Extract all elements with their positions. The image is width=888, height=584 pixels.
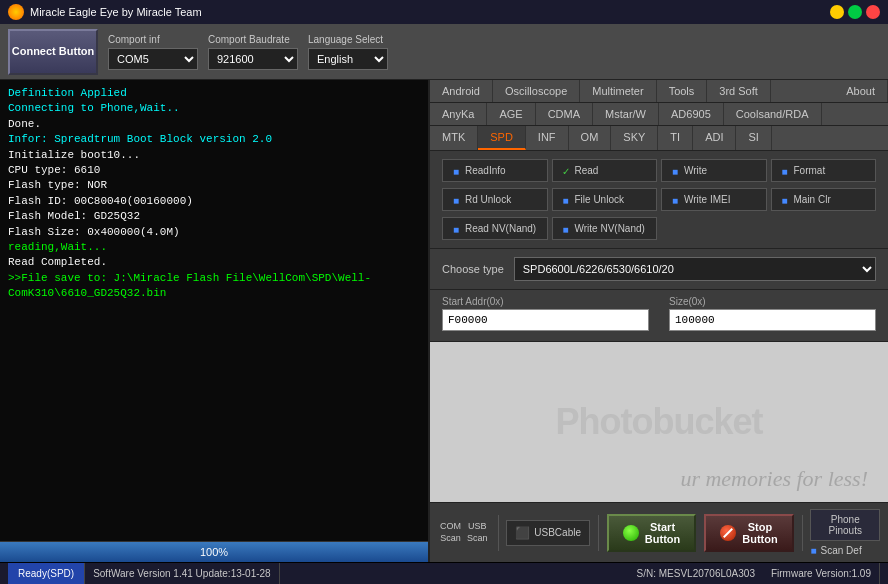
left-panel: Definition AppliedConnecting to Phone,Wa… (0, 80, 430, 562)
tab-android[interactable]: Android (430, 80, 493, 102)
tab-mtk[interactable]: MTK (430, 126, 478, 150)
size-input[interactable] (669, 309, 876, 331)
status-bar: Ready(SPD) SoftWare Version 1.41 Update:… (0, 562, 888, 584)
progress-bar-container: 100% (0, 542, 428, 562)
size-label: Size(0x) (669, 296, 876, 307)
watermark-sub: ur memories for less! (680, 466, 868, 492)
comport-baudrate-label: Comport Baudrate (208, 34, 298, 45)
addr-row: Start Addr(0x) Size(0x) (442, 296, 876, 331)
read-info-button[interactable]: ■ ReadInfo (442, 159, 548, 182)
phone-pinouts-scan-group: Phone Pinouts ■ Scan Def (810, 509, 880, 556)
comport-inf-label: Comport inf (108, 34, 198, 45)
language-select[interactable]: English (308, 48, 388, 70)
watermark-area: Photobucket ur memories for less! (430, 342, 888, 502)
tab-3rdsoft[interactable]: 3rd Soft (707, 80, 771, 102)
fileunlock-icon: ■ (561, 195, 571, 205)
tab-ad6905[interactable]: AD6905 (659, 103, 724, 125)
file-unlock-button[interactable]: ■ File Unlock (552, 188, 658, 211)
rd-unlock-button[interactable]: ■ Rd Unlock (442, 188, 548, 211)
tab-si[interactable]: SI (736, 126, 771, 150)
com-scan-button[interactable]: COM Scan (438, 521, 463, 544)
main-container: Connect Button Comport inf COM5 Comport … (0, 24, 888, 584)
status-serial-number: S/N: MESVL20706L0A303 (629, 563, 763, 584)
terminal-line: Connecting to Phone,Wait.. (8, 101, 420, 116)
tab-oscilloscope[interactable]: Oscilloscope (493, 80, 580, 102)
tab-row-3: MTK SPD INF OM SKY TI ADI SI (430, 126, 888, 151)
tab-inf[interactable]: INF (526, 126, 569, 150)
start-addr-label: Start Addr(0x) (442, 296, 649, 307)
stop-icon (720, 525, 736, 541)
write-imei-button[interactable]: ■ Write IMEI (661, 188, 767, 211)
scan-def-row[interactable]: ■ Scan Def (810, 545, 880, 556)
tab-anyka[interactable]: AnyKa (430, 103, 487, 125)
toolbar: Connect Button Comport inf COM5 Comport … (0, 24, 888, 80)
tab-adi[interactable]: ADI (693, 126, 736, 150)
tab-om[interactable]: OM (569, 126, 612, 150)
connect-button[interactable]: Connect Button (8, 29, 98, 75)
write-nv-nand-button[interactable]: ■ Write NV(Nand) (552, 217, 658, 240)
comport-baudrate-select[interactable]: 921600 (208, 48, 298, 70)
title-bar-controls (830, 5, 880, 19)
title-bar: Miracle Eagle Eye by Miracle Team (0, 0, 888, 24)
start-addr-group: Start Addr(0x) (442, 296, 649, 331)
language-select-group: Language Select English (308, 34, 388, 70)
tab-spd[interactable]: SPD (478, 126, 526, 150)
action-row: COM Scan USB Scan ⬛ USBCable Start Butto… (430, 502, 888, 562)
size-group: Size(0x) (669, 296, 876, 331)
addr-area: Start Addr(0x) Size(0x) (430, 290, 888, 342)
app-icon (8, 4, 24, 20)
tab-tools[interactable]: Tools (657, 80, 708, 102)
terminal-line: Flash Size: 0x400000(4.0M) (8, 225, 420, 240)
format-icon: ■ (780, 166, 790, 176)
tab-ti[interactable]: TI (658, 126, 693, 150)
content-area: Definition AppliedConnecting to Phone,Wa… (0, 80, 888, 562)
terminal-line: Infor: Spreadtrum Boot Block version 2.0 (8, 132, 420, 147)
close-button[interactable] (866, 5, 880, 19)
terminal-line: Flash ID: 00C80040(00160000) (8, 194, 420, 209)
main-clr-button[interactable]: ■ Main Clr (771, 188, 877, 211)
phone-pinouts-button[interactable]: Phone Pinouts (810, 509, 880, 541)
terminal-line: >>File save to: J:\Miracle Flash File\We… (8, 271, 420, 302)
tab-mstarw[interactable]: Mstar/W (593, 103, 659, 125)
rdunlock-icon: ■ (451, 195, 461, 205)
tab-age[interactable]: AGE (487, 103, 535, 125)
choose-type-select[interactable]: SPD6600L/6226/6530/6610/20 (514, 257, 876, 281)
usb-cable-button[interactable]: ⬛ USBCable (506, 520, 590, 546)
terminal-line: Done. (8, 117, 420, 132)
watermark-text: Photobucket (555, 401, 762, 443)
tab-cdma[interactable]: CDMA (536, 103, 593, 125)
comport-baudrate-group: Comport Baudrate 921600 (208, 34, 298, 70)
read-nv-nand-button[interactable]: ■ Read NV(Nand) (442, 217, 548, 240)
scan-def-icon: ■ (810, 545, 816, 556)
format-button[interactable]: ■ Format (771, 159, 877, 182)
terminal-line: Flash Model: GD25Q32 (8, 209, 420, 224)
usb-scan-button[interactable]: USB Scan (465, 521, 490, 544)
language-select-label: Language Select (308, 34, 388, 45)
choose-type-label: Choose type (442, 263, 504, 275)
tab-sky[interactable]: SKY (611, 126, 658, 150)
terminal-line: Read Completed. (8, 255, 420, 270)
divider-1 (498, 515, 499, 551)
tab-about[interactable]: About (834, 80, 888, 102)
terminal-line: Definition Applied (8, 86, 420, 101)
start-button[interactable]: Start Button (607, 514, 696, 552)
readnvnand-icon: ■ (451, 224, 461, 234)
start-icon (623, 525, 639, 541)
terminal-line: CPU type: 6610 (8, 163, 420, 178)
usb-icon: ⬛ (515, 526, 530, 540)
maximize-button[interactable] (848, 5, 862, 19)
title-bar-text: Miracle Eagle Eye by Miracle Team (30, 6, 824, 18)
tab-coolsand[interactable]: Coolsand/RDA (724, 103, 822, 125)
status-ready: Ready(SPD) (8, 563, 85, 584)
stop-button[interactable]: Stop Button (704, 514, 793, 552)
read-button[interactable]: ✓ Read (552, 159, 658, 182)
comport-inf-select[interactable]: COM5 (108, 48, 198, 70)
terminal-line: Initialize boot10... (8, 148, 420, 163)
write-button[interactable]: ■ Write (661, 159, 767, 182)
write-icon: ■ (670, 166, 680, 176)
writeimei-icon: ■ (670, 195, 680, 205)
terminal-line: reading,Wait... (8, 240, 420, 255)
tab-multimeter[interactable]: Multimeter (580, 80, 656, 102)
start-addr-input[interactable] (442, 309, 649, 331)
minimize-button[interactable] (830, 5, 844, 19)
